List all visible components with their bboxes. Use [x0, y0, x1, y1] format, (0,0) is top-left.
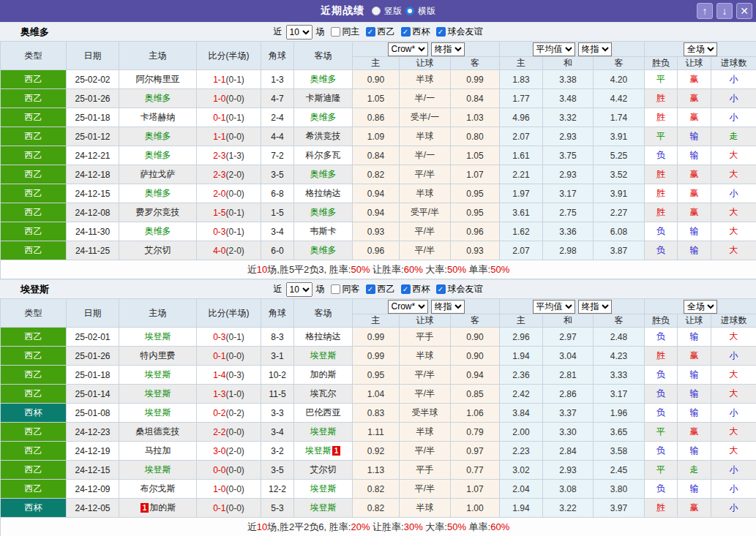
- result-cell: 胜: [645, 347, 678, 366]
- home-team: 艾尔切: [119, 241, 197, 260]
- league-checkbox[interactable]: ✓: [401, 284, 411, 294]
- away-team: 卡斯迪隆: [294, 89, 353, 108]
- final-odds-select-2[interactable]: 终指: [578, 300, 612, 314]
- table-row: 西乙24-12-08费罗尔竞技1-5(0-1)1-5奥维多0.94受平/半0.9…: [1, 203, 756, 222]
- halftime-score: (0-1): [226, 208, 244, 218]
- home-team: 马拉加: [119, 442, 197, 461]
- home-team: 1加的斯: [119, 499, 197, 518]
- table-row: 西杯25-01-08埃登斯0-2(0-2)3-3巴伦西亚0.83受半球1.063…: [1, 404, 756, 423]
- avg-home-odds: 3.61: [500, 203, 543, 222]
- result-cell: 胜: [645, 108, 678, 127]
- summary-segment: 近: [247, 521, 257, 532]
- away-team-label: 奥维多: [310, 207, 337, 217]
- avg-draw-odds: 2.75: [543, 203, 594, 222]
- crow-handicap: 平/半: [400, 366, 451, 385]
- home-team-label: 埃登斯: [145, 331, 171, 341]
- home-team: 卡塔赫纳: [119, 108, 197, 127]
- same-venue-checkbox[interactable]: [331, 27, 340, 37]
- final-odds-select-2[interactable]: 终指: [578, 42, 612, 56]
- avg-home-odds: 2.23: [500, 442, 543, 461]
- handicap-result-cell: 赢: [678, 184, 711, 203]
- final-odds-select[interactable]: 终指: [431, 42, 465, 56]
- league-checkbox[interactable]: ✓: [436, 284, 446, 294]
- halftime-score: (0-0): [226, 351, 244, 361]
- crow-home-odds: 0.90: [353, 70, 400, 89]
- league-checkbox[interactable]: ✓: [366, 27, 375, 37]
- corner-score: 4-7: [261, 89, 294, 108]
- avg-draw-odds: 3.04: [543, 347, 594, 366]
- col-goals-result: 进球数: [711, 314, 756, 328]
- match-score: 0-2(0-2): [197, 404, 261, 423]
- move-up-button[interactable]: ↑: [697, 3, 713, 19]
- match-date: 25-01-18: [67, 108, 119, 127]
- col-asian-result: 让球: [678, 57, 711, 70]
- col-corner: 角球: [261, 299, 294, 328]
- final-odds-select[interactable]: 终指: [431, 300, 465, 314]
- match-count-select[interactable]: 10: [286, 282, 312, 297]
- match-score: 0-0(0-0): [197, 461, 261, 480]
- table-row: 西乙25-01-14埃登斯1-3(1-0)11-5埃瓦尔1.04平/半0.852…: [1, 385, 756, 404]
- radio-vertical-label[interactable]: 竖版: [384, 5, 402, 18]
- crow-handicap: 半/一: [400, 89, 451, 108]
- table-row: 西乙25-01-18卡塔赫纳0-1(0-1)2-4奥维多0.86受半/一1.03…: [1, 108, 756, 127]
- corner-score: 3-5: [261, 165, 294, 184]
- crow-away-odds: 0.96: [451, 222, 500, 241]
- avg-draw-odds: 3.22: [543, 499, 594, 518]
- goals-result-cell: 大: [711, 222, 756, 241]
- handicap-result-cell: 输: [678, 241, 711, 260]
- table-row: 西乙24-11-25艾尔切4-0(2-0)6-0奥维多0.96平/半0.932.…: [1, 241, 756, 260]
- result-cell: 胜: [645, 165, 678, 184]
- odds-source-select[interactable]: Crow*: [388, 300, 428, 314]
- move-down-button[interactable]: ↓: [716, 3, 733, 19]
- summary-segment: 50%: [447, 521, 466, 532]
- average-select[interactable]: 平均值: [533, 42, 575, 56]
- handicap-result-cell: 输: [678, 222, 711, 241]
- league-checkbox[interactable]: ✓: [366, 284, 375, 294]
- league-checkbox[interactable]: ✓: [436, 27, 446, 37]
- goals-result-cell: 大: [711, 366, 756, 385]
- crow-home-odds: 0.94: [353, 203, 400, 222]
- filter-label-near: 近: [274, 26, 282, 38]
- up-arrow-icon: ↑: [703, 5, 708, 17]
- league-badge: 西乙: [1, 165, 67, 184]
- average-odds-group: 平均值终指: [500, 299, 645, 314]
- radio-horizontal-label[interactable]: 横版: [418, 5, 435, 18]
- crow-home-odds: 0.82: [353, 499, 400, 518]
- summary-segment: 让胜率:: [370, 264, 403, 275]
- close-button[interactable]: ✕: [736, 3, 752, 19]
- avg-draw-odds: 3.48: [543, 89, 594, 108]
- result-cell: 胜: [645, 499, 678, 518]
- match-date: 24-12-05: [67, 499, 119, 518]
- fulltime-select[interactable]: 全场: [684, 300, 717, 314]
- corner-score: 3-3: [261, 404, 294, 423]
- team-name: 埃登斯: [20, 283, 49, 296]
- radio-horizontal-icon[interactable]: [405, 7, 414, 15]
- crow-home-odds: 0.86: [353, 108, 400, 127]
- home-team: 布尔戈斯: [119, 480, 197, 499]
- corner-score: 10-2: [261, 366, 294, 385]
- match-count-select[interactable]: 10: [286, 25, 312, 39]
- odds-source-select[interactable]: Crow*: [388, 42, 428, 56]
- goals-result-cell: 大: [711, 241, 756, 260]
- fulltime-select[interactable]: 全场: [684, 42, 717, 56]
- away-team-label: 格拉纳达: [306, 331, 341, 341]
- league-badge: 西乙: [1, 241, 67, 260]
- corner-score: 2-4: [261, 108, 294, 127]
- avg-away-odds: 2.27: [594, 203, 645, 222]
- goals-result-cell: 小: [711, 184, 756, 203]
- league-badge: 西杯: [1, 404, 67, 423]
- summary-segment: 50%: [490, 264, 509, 275]
- home-team-label: 奥维多: [145, 188, 171, 198]
- team-bar: 埃登斯 近10场同客✓西乙✓西杯✓球会友谊: [0, 279, 756, 298]
- league-checkbox[interactable]: ✓: [401, 27, 411, 37]
- away-team: 格拉纳达: [294, 328, 353, 347]
- average-select[interactable]: 平均值: [533, 300, 575, 314]
- avg-home-odds: 2.04: [500, 480, 543, 499]
- same-venue-checkbox[interactable]: [331, 284, 340, 294]
- col-date: 日期: [67, 42, 119, 70]
- away-team-label: 奥维多: [310, 112, 337, 122]
- handicap-result-cell: 输: [678, 127, 711, 146]
- avg-home-odds: 1.83: [500, 70, 543, 89]
- col-avg-draw: 和: [543, 314, 594, 328]
- radio-vertical-icon[interactable]: [372, 7, 381, 15]
